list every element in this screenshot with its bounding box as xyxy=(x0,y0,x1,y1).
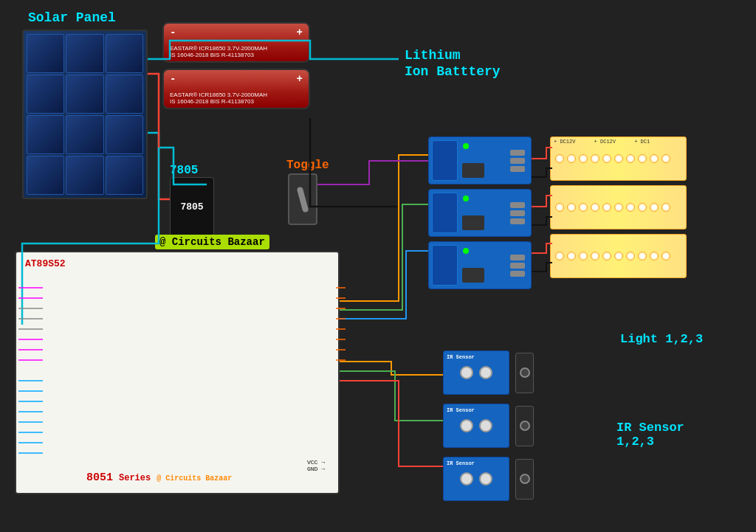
mcu-title: AT89S52 xyxy=(25,258,66,269)
led-dot xyxy=(662,203,670,212)
ir-circle xyxy=(479,472,492,486)
led-dot xyxy=(638,252,647,260)
battery-minus-2: - xyxy=(170,73,176,85)
led-strip-leds-2 xyxy=(551,186,686,229)
battery-text-1: EASTAR® ICR18650 3.7V-2000MAHIS 16046-20… xyxy=(170,45,267,58)
solar-cell xyxy=(106,34,143,73)
led-dot xyxy=(614,203,623,212)
ir-sensor-label: IR Sensor 1,2,3 xyxy=(616,421,684,449)
solar-cell xyxy=(106,156,143,195)
circuits-bazaar-label: @ Circuits Bazaar xyxy=(155,235,269,249)
relay-coil-2 xyxy=(432,193,458,233)
relay-contacts-1 xyxy=(510,150,525,172)
led-dot xyxy=(626,252,635,260)
relay-coil-3 xyxy=(432,245,458,286)
led-strip-leds-3 xyxy=(551,235,686,277)
regulator-label: 7805 xyxy=(170,164,198,177)
solar-cell xyxy=(27,115,64,154)
led-dot xyxy=(650,154,659,163)
relay-chip-1 xyxy=(462,163,484,178)
battery-plus: + xyxy=(297,27,303,38)
battery-minus: - xyxy=(170,27,176,38)
ir-lens xyxy=(520,474,530,484)
ir-emitter-1 xyxy=(515,353,534,393)
relay-contacts-3 xyxy=(510,255,525,277)
ir-board-text-3: IR Sensor xyxy=(447,460,475,466)
ir-sensor-1: IR Sensor xyxy=(443,350,534,395)
relay-terminal xyxy=(510,166,525,172)
battery-1: - + EASTAR® ICR18650 3.7V-2000MAHIS 1604… xyxy=(162,22,310,63)
relay-group xyxy=(428,137,532,289)
solar-cell xyxy=(66,156,103,195)
regulator-value: 7805 xyxy=(180,201,203,213)
led-dot xyxy=(638,154,647,163)
ir-circle xyxy=(460,366,473,379)
led-dot xyxy=(579,252,588,260)
relay-2 xyxy=(428,189,532,237)
relay-led-2 xyxy=(463,196,469,201)
ir-board-text-1: IR Sensor xyxy=(447,354,475,360)
led-dot xyxy=(650,252,659,260)
relay-1 xyxy=(428,137,532,184)
ir-emitter-3 xyxy=(515,459,534,500)
led-strip-2 xyxy=(550,185,687,229)
led-dot xyxy=(602,203,611,212)
relay-terminal xyxy=(510,255,525,260)
led-dot xyxy=(555,154,564,163)
led-dot xyxy=(591,154,599,163)
relay-terminal xyxy=(510,210,525,216)
led-dot xyxy=(602,252,611,260)
voltage-regulator: 7805 xyxy=(170,177,214,236)
relay-terminal xyxy=(510,202,525,208)
led-dot xyxy=(626,203,635,212)
toggle-lever xyxy=(297,186,309,213)
led-dot xyxy=(555,252,564,260)
solar-cell xyxy=(66,75,103,114)
ion-battery-label: Ion Batttery xyxy=(405,64,501,79)
relay-chip-2 xyxy=(462,215,484,230)
led-strip-group: + DC12V + DC12V + DC1 xyxy=(550,137,687,278)
mcu-series-label: Series xyxy=(119,473,151,483)
led-dot xyxy=(614,154,623,163)
led-dot xyxy=(579,203,588,212)
relay-terminal xyxy=(510,158,525,164)
solar-panel-component xyxy=(22,30,148,199)
lithium-label: Lithium xyxy=(405,48,461,63)
led-dot xyxy=(591,203,599,212)
ir-circle xyxy=(460,419,473,432)
ir-sensor-3: IR Sensor xyxy=(443,457,534,501)
ir-circle xyxy=(479,419,492,432)
solar-cell xyxy=(27,156,64,195)
light-label: Light 1,2,3 xyxy=(620,332,703,346)
relay-contacts-2 xyxy=(510,202,525,224)
ir-sensor-2: IR Sensor xyxy=(443,404,534,448)
battery-2: - + EASTAR® ICR18650 3.7V-2000MAHIS 1604… xyxy=(162,69,310,109)
led-dot xyxy=(567,154,576,163)
led-dot xyxy=(614,252,623,260)
ir-board-3: IR Sensor xyxy=(443,457,509,501)
relay-terminal xyxy=(510,263,525,269)
ir-board-text-2: IR Sensor xyxy=(447,407,475,413)
mcu-bazaar-label: @ Circuits Bazaar xyxy=(157,474,232,483)
relay-terminal xyxy=(510,150,525,156)
relay-led-1 xyxy=(463,143,469,149)
ir-circles-3 xyxy=(460,472,492,486)
led-dot xyxy=(662,154,670,163)
solar-cell xyxy=(66,34,103,73)
led-dot xyxy=(579,154,588,163)
led-strip-label-1: + DC12V + DC12V + DC1 xyxy=(554,139,650,145)
ir-circle xyxy=(479,366,492,379)
relay-coil-1 xyxy=(432,140,458,181)
led-dot xyxy=(567,203,576,212)
relay-terminal xyxy=(510,271,525,277)
ir-emitter-2 xyxy=(515,406,534,446)
mcu-8051-label: 8051 xyxy=(86,471,113,484)
relay-3 xyxy=(428,241,532,289)
ir-circles-1 xyxy=(460,366,492,379)
ir-circle xyxy=(460,472,473,486)
solar-cell xyxy=(66,115,103,154)
led-dot xyxy=(555,203,564,212)
led-dot xyxy=(626,154,635,163)
led-strip-3 xyxy=(550,234,687,278)
led-dot xyxy=(662,252,670,260)
